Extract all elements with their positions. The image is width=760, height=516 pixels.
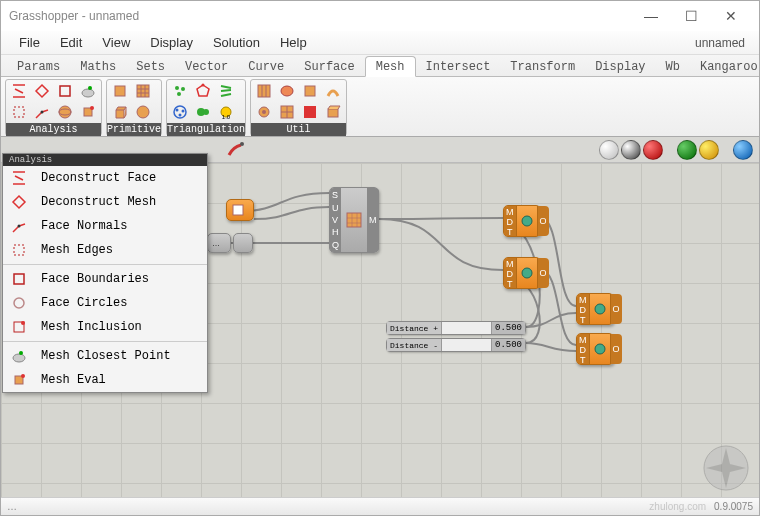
mesh-grid2-icon[interactable] <box>276 102 298 122</box>
tab-vector[interactable]: Vector <box>175 57 238 76</box>
mesh-ball-icon[interactable] <box>132 102 154 122</box>
deconstruct-face-icon[interactable] <box>8 81 30 101</box>
component-offset-1[interactable]: MDT O <box>503 205 541 237</box>
svg-point-13 <box>175 86 179 90</box>
menuitem-face-boundaries[interactable]: Face Boundaries <box>3 267 207 291</box>
tab-intersect[interactable]: Intersect <box>416 57 501 76</box>
convex-hull-icon[interactable] <box>192 81 214 101</box>
tab-sets[interactable]: Sets <box>126 57 175 76</box>
toolgroup-analysis-label[interactable]: Analysis <box>6 123 101 136</box>
tab-display[interactable]: Display <box>585 57 655 76</box>
component-mesh-loft[interactable]: S U V H Q M <box>329 187 379 253</box>
port-out-M[interactable]: M <box>369 215 377 225</box>
tab-params[interactable]: Params <box>7 57 70 76</box>
component-offset-4[interactable]: MDT O <box>576 333 614 365</box>
shade-blue-icon[interactable] <box>733 140 753 160</box>
slider-distance-minus[interactable]: Distance - 0.500 <box>386 338 526 352</box>
tab-transform[interactable]: Transform <box>500 57 585 76</box>
facet-dome-icon[interactable]: 1.0 <box>215 102 237 122</box>
preview-wire-icon[interactable] <box>599 140 619 160</box>
delaunay-icon[interactable] <box>169 81 191 101</box>
menuitem-mesh-edges[interactable]: Mesh Edges <box>3 238 207 262</box>
toolgroup-triangulation: 1.0 Triangulation <box>166 79 246 136</box>
menu-display[interactable]: Display <box>140 33 203 52</box>
component-small-1[interactable] <box>226 199 254 221</box>
preview-shade-icon[interactable] <box>621 140 641 160</box>
deconstruct-mesh-icon[interactable] <box>31 81 53 101</box>
voronoi-icon[interactable] <box>169 102 191 122</box>
port-S[interactable]: S <box>332 190 339 200</box>
tab-kangaroo[interactable]: Kangaroo <box>690 57 760 76</box>
menuitem-mesh-eval[interactable]: Mesh Eval <box>3 368 207 392</box>
menuitem-mesh-inclusion[interactable]: Mesh Inclusion <box>3 315 207 339</box>
shade-yellow-icon[interactable] <box>699 140 719 160</box>
mesh-settings-icon[interactable] <box>299 81 321 101</box>
svg-rect-33 <box>328 109 338 117</box>
component-partial-1[interactable]: … <box>207 233 231 253</box>
tab-maths[interactable]: Maths <box>70 57 126 76</box>
minimize-button[interactable]: — <box>631 2 671 30</box>
menu-view[interactable]: View <box>92 33 140 52</box>
mesh-grid-icon[interactable] <box>132 81 154 101</box>
tab-wb[interactable]: Wb <box>656 57 690 76</box>
menu-help[interactable]: Help <box>270 33 317 52</box>
port-Q[interactable]: Q <box>332 240 339 250</box>
mesh-shadow-icon[interactable] <box>276 81 298 101</box>
toolgroup-primitive-label[interactable]: Primitive <box>107 123 161 136</box>
face-boundaries-icon[interactable] <box>54 81 76 101</box>
tab-mesh[interactable]: Mesh <box>365 56 416 77</box>
maximize-button[interactable]: ☐ <box>671 2 711 30</box>
substrate-icon[interactable] <box>215 81 237 101</box>
menuitem-deconstruct-face[interactable]: Deconstruct Face <box>3 166 207 190</box>
mesh-color-icon[interactable] <box>299 102 321 122</box>
menu-file[interactable]: File <box>9 33 50 52</box>
component-offset-3[interactable]: MDT O <box>576 293 614 325</box>
menuitem-deconstruct-mesh[interactable]: Deconstruct Mesh <box>3 190 207 214</box>
slider-distance-plus[interactable]: Distance + 0.500 <box>386 321 526 335</box>
menu-edit[interactable]: Edit <box>50 33 92 52</box>
preview-selected-icon[interactable] <box>643 140 663 160</box>
svg-rect-10 <box>115 86 125 96</box>
mesh-box-icon[interactable] <box>109 102 131 122</box>
mesh-surface-icon[interactable] <box>322 81 344 101</box>
menuitem-face-circles[interactable]: Face Circles <box>3 291 207 315</box>
toolgroup-util-label[interactable]: Util <box>251 123 346 136</box>
toolgroup-primitive: Primitive <box>106 79 162 136</box>
mesh-eval-icon[interactable] <box>77 102 99 122</box>
deconstruct-face-icon <box>9 168 29 188</box>
document-name[interactable]: unnamed <box>695 36 751 50</box>
mesh-edges-icon[interactable] <box>8 102 30 122</box>
mesh-sphere-icon[interactable] <box>54 102 76 122</box>
tab-surface[interactable]: Surface <box>294 57 364 76</box>
port-U[interactable]: U <box>332 203 339 213</box>
metaball-icon[interactable] <box>192 102 214 122</box>
port-V[interactable]: V <box>332 215 339 225</box>
svg-point-37 <box>522 216 532 226</box>
menuitem-mesh-closest-point[interactable]: Mesh Closest Point <box>3 344 207 368</box>
component-partial-2[interactable] <box>233 233 253 253</box>
sketch-icon[interactable] <box>227 141 249 159</box>
mesh-join-icon[interactable] <box>253 81 275 101</box>
svg-rect-44 <box>14 245 24 255</box>
mesh-plane-icon[interactable] <box>109 81 131 101</box>
port-H[interactable]: H <box>332 227 339 237</box>
face-normals-icon[interactable] <box>31 102 53 122</box>
menu-solution[interactable]: Solution <box>203 33 270 52</box>
mesh-brep-icon[interactable] <box>322 102 344 122</box>
toolgroup-util: Util <box>250 79 347 136</box>
shade-green-icon[interactable] <box>677 140 697 160</box>
toolgroup-triangulation-label[interactable]: Triangulation <box>167 123 245 136</box>
close-button[interactable]: ✕ <box>711 2 751 30</box>
status-version: 0.9.0075 <box>714 501 753 512</box>
component-offset-2[interactable]: MDT O <box>503 257 541 289</box>
tab-curve[interactable]: Curve <box>238 57 294 76</box>
face-boundaries-icon <box>9 269 29 289</box>
svg-point-4 <box>59 106 71 118</box>
svg-point-18 <box>182 110 185 113</box>
menuitem-face-normals[interactable]: Face Normals <box>3 214 207 238</box>
analysis-dropdown: Analysis Deconstruct Face Deconstruct Me… <box>2 153 208 393</box>
compass-icon[interactable] <box>701 443 751 493</box>
mesh-closest-point-icon[interactable] <box>77 81 99 101</box>
mesh-weld-icon[interactable] <box>253 102 275 122</box>
status-watermark: zhulong.com <box>649 501 706 512</box>
